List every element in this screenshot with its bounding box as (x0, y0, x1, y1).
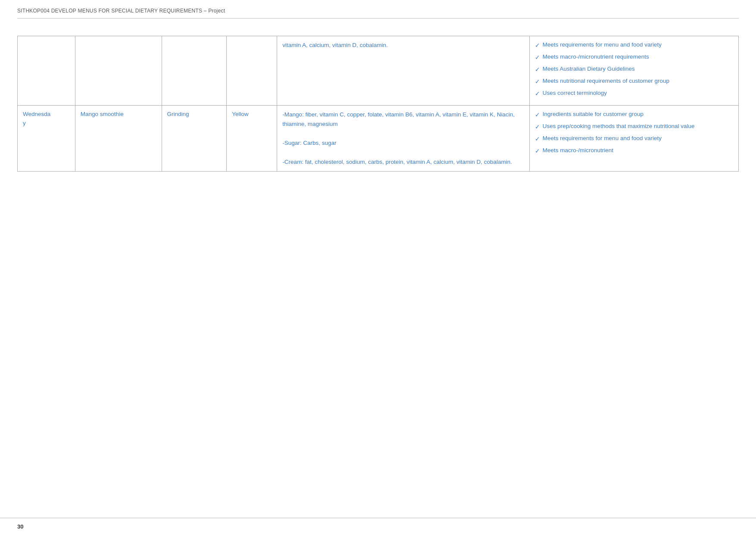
criteria-item: ✓ Meets requirements for menu and food v… (535, 41, 733, 50)
criteria-text: Meets nutritional requirements of custom… (543, 77, 669, 85)
main-table: vitamin A, calcium, vitamin D, cobalamin… (17, 36, 739, 172)
check-icon: ✓ (535, 110, 540, 119)
check-icon: ✓ (535, 147, 540, 156)
method-cell-1 (162, 36, 227, 106)
day-cell-2: Wednesday (18, 106, 75, 172)
criteria-item: ✓ Meets requirements for menu and food v… (535, 134, 733, 144)
nutrients-text-2: -Mango: fiber, vitamin C, copper, folate… (282, 111, 515, 165)
check-icon: ✓ (535, 41, 540, 50)
criteria-item: ✓ Ingredients suitable for customer grou… (535, 110, 733, 119)
table-row: vitamin A, calcium, vitamin D, cobalamin… (18, 36, 739, 106)
criteria-text: Meets Australian Dietary Guidelines (543, 65, 635, 73)
check-icon: ✓ (535, 122, 540, 131)
criteria-list-2: ✓ Ingredients suitable for customer grou… (535, 110, 733, 156)
table-row: Wednesday Mango smoothie Grinding Yellow… (18, 106, 739, 172)
criteria-text: Ingredients suitable for customer group (543, 110, 644, 119)
page-content: vitamin A, calcium, vitamin D, cobalamin… (0, 19, 756, 197)
nutrients-cell-2: -Mango: fiber, vitamin C, copper, folate… (277, 106, 530, 172)
color-cell-2: Yellow (227, 106, 277, 172)
check-icon: ✓ (535, 89, 540, 98)
method-cell-2: Grinding (162, 106, 227, 172)
criteria-item: ✓ Meets macro-/micronutrient (535, 146, 733, 156)
header-title: SITHKOP004 DEVELOP MENUS FOR SPECIAL DIE… (17, 8, 225, 14)
criteria-item: ✓ Meets nutritional requirements of cust… (535, 77, 733, 86)
item-cell-1 (75, 36, 162, 106)
criteria-text: Meets macro-/micronutrient (543, 146, 613, 155)
criteria-item: ✓ Meets macro-/micronutrient requirement… (535, 53, 733, 62)
page-header: SITHKOP004 DEVELOP MENUS FOR SPECIAL DIE… (0, 0, 756, 18)
criteria-cell-2: ✓ Ingredients suitable for customer grou… (529, 106, 738, 172)
item-cell-2: Mango smoothie (75, 106, 162, 172)
check-icon: ✓ (535, 135, 540, 144)
check-icon: ✓ (535, 65, 540, 74)
criteria-item: ✓ Meets Australian Dietary Guidelines (535, 65, 733, 74)
criteria-text: Meets requirements for menu and food var… (543, 134, 662, 143)
method-text: Grinding (167, 111, 189, 117)
day-cell-1 (18, 36, 75, 106)
criteria-text: Uses prep/cooking methods that maximize … (543, 122, 695, 131)
nutrients-text-1: vitamin A, calcium, vitamin D, cobalamin… (282, 42, 388, 48)
color-cell-1 (227, 36, 277, 106)
nutrients-cell-1: vitamin A, calcium, vitamin D, cobalamin… (277, 36, 530, 106)
color-text: Yellow (232, 111, 249, 117)
criteria-item: ✓ Uses prep/cooking methods that maximiz… (535, 122, 733, 131)
day-text: Wednesday (23, 111, 50, 126)
criteria-text: Meets requirements for menu and food var… (543, 41, 662, 49)
criteria-list-1: ✓ Meets requirements for menu and food v… (535, 41, 733, 98)
criteria-item: ✓ Uses correct terminology (535, 89, 733, 98)
criteria-text: Uses correct terminology (543, 89, 607, 97)
check-icon: ✓ (535, 53, 540, 62)
check-icon: ✓ (535, 77, 540, 86)
criteria-text: Meets macro-/micronutrient requirements (543, 53, 649, 61)
item-text: Mango smoothie (81, 111, 124, 117)
criteria-cell-1: ✓ Meets requirements for menu and food v… (529, 36, 738, 106)
